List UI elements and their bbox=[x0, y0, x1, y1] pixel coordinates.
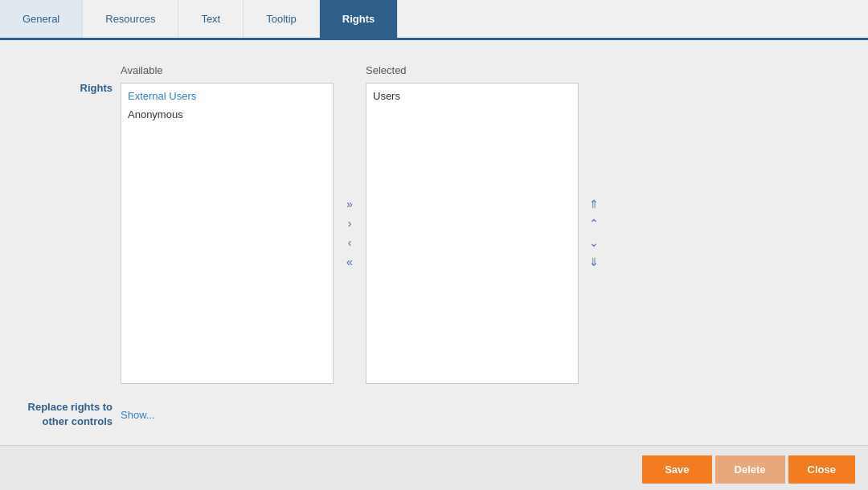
delete-button[interactable]: Delete bbox=[715, 455, 785, 484]
tab-bar: General Resources Text Tooltip Rights bbox=[0, 0, 868, 40]
selected-list-box[interactable]: Users bbox=[366, 83, 579, 384]
selected-header: Selected bbox=[366, 64, 579, 76]
tab-text[interactable]: Text bbox=[178, 0, 244, 38]
tab-rights[interactable]: Rights bbox=[320, 0, 398, 38]
order-buttons: ⇑ ⌃ ⌄ ⇓ bbox=[582, 82, 606, 383]
available-list-section: Available External UsersAnonymous bbox=[121, 64, 334, 384]
close-button[interactable]: Close bbox=[788, 455, 855, 484]
selected-list-item-users[interactable]: Users bbox=[366, 87, 578, 105]
move-all-right-button[interactable]: » bbox=[342, 197, 358, 211]
move-top-button[interactable]: ⇑ bbox=[586, 197, 602, 211]
tab-general[interactable]: General bbox=[0, 0, 83, 38]
move-bottom-button[interactable]: ⇓ bbox=[586, 255, 602, 269]
move-down-button[interactable]: ⌄ bbox=[586, 235, 602, 250]
available-header: Available bbox=[121, 64, 334, 76]
move-all-left-button[interactable]: « bbox=[342, 255, 358, 269]
rights-section: Rights Available External UsersAnonymous… bbox=[16, 64, 852, 384]
available-list-item-external-users[interactable]: External Users bbox=[121, 87, 333, 105]
tab-resources[interactable]: Resources bbox=[83, 0, 178, 38]
content-area: Rights Available External UsersAnonymous… bbox=[0, 40, 868, 445]
replace-rights-row: Replace rights to other controls Show... bbox=[16, 400, 852, 429]
available-list-box[interactable]: External UsersAnonymous bbox=[121, 83, 334, 384]
bottom-bar: Save Delete Close bbox=[0, 445, 868, 490]
tab-tooltip[interactable]: Tooltip bbox=[244, 0, 320, 38]
move-left-button[interactable]: ‹ bbox=[343, 235, 357, 250]
selected-list-section: Selected Users bbox=[366, 64, 579, 384]
replace-rights-link[interactable]: Show... bbox=[121, 409, 155, 421]
move-up-button[interactable]: ⌃ bbox=[586, 216, 602, 231]
move-right-button[interactable]: › bbox=[343, 216, 357, 231]
replace-rights-label: Replace rights to other controls bbox=[16, 400, 113, 429]
save-button[interactable]: Save bbox=[642, 455, 711, 484]
transfer-buttons: » › ‹ « bbox=[334, 82, 366, 383]
available-list-item-anonymous[interactable]: Anonymous bbox=[121, 105, 333, 124]
rights-content: Available External UsersAnonymous » › ‹ … bbox=[121, 64, 852, 384]
rights-field-label: Rights bbox=[16, 82, 113, 94]
